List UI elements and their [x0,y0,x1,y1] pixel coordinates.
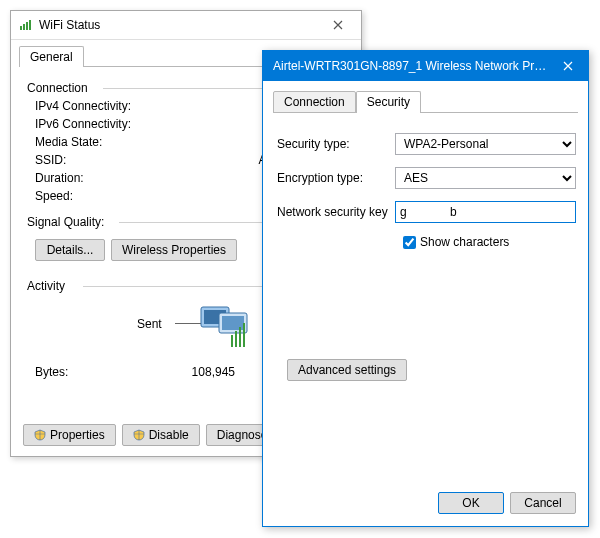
titlebar: WiFi Status [11,11,361,40]
shield-icon [34,429,46,441]
svg-rect-11 [243,323,245,347]
media-state-label: Media State: [35,135,165,149]
bytes-sent-value: 108,945 [135,365,235,379]
dialog-buttons: OK Cancel [438,492,576,514]
properties-button[interactable]: Properties [23,424,116,446]
tab-connection[interactable]: Connection [273,91,356,113]
security-type-select[interactable]: WPA2-Personal [395,133,576,155]
ssid-label: SSID: [35,153,165,167]
svg-rect-0 [20,26,22,30]
window-title: WiFi Status [39,18,321,32]
ok-button[interactable]: OK [438,492,504,514]
network-key-input[interactable] [395,201,576,223]
network-key-label: Network security key [277,205,395,219]
wireless-properties-window: Airtel-WRTR301GN-8897_1 Wireless Network… [262,50,589,527]
wifi-icon [19,17,33,34]
details-button[interactable]: Details... [35,239,105,261]
bottom-button-row: Properties Disable Diagnose [23,424,278,446]
duration-label: Duration: [35,171,165,185]
advanced-settings-button[interactable]: Advanced settings [287,359,407,381]
titlebar: Airtel-WRTR301GN-8897_1 Wireless Network… [263,51,588,81]
svg-rect-8 [231,335,233,347]
svg-rect-1 [23,24,25,30]
svg-rect-9 [235,331,237,347]
computers-icon [195,301,255,352]
window-title: Airtel-WRTR301GN-8897_1 Wireless Network… [273,59,548,73]
wireless-properties-button[interactable]: Wireless Properties [111,239,237,261]
show-characters-checkbox[interactable] [403,236,416,249]
svg-rect-3 [29,20,31,30]
svg-rect-10 [239,327,241,347]
sent-label: Sent [137,317,162,331]
encryption-type-select[interactable]: AES [395,167,576,189]
ipv4-label: IPv4 Connectivity: [35,99,165,113]
cancel-button[interactable]: Cancel [510,492,576,514]
close-button[interactable] [548,51,588,81]
shield-icon [133,429,145,441]
tab-general[interactable]: General [19,46,84,67]
disable-button[interactable]: Disable [122,424,200,446]
tab-strip: Connection Security [273,91,578,113]
close-button[interactable] [321,15,355,35]
speed-label: Speed: [35,189,165,203]
svg-rect-2 [26,22,28,30]
tab-security[interactable]: Security [356,91,421,113]
security-type-label: Security type: [277,137,395,151]
encryption-type-label: Encryption type: [277,171,395,185]
ipv6-label: IPv6 Connectivity: [35,117,165,131]
bytes-label: Bytes: [35,365,135,379]
show-characters-label: Show characters [420,235,509,249]
